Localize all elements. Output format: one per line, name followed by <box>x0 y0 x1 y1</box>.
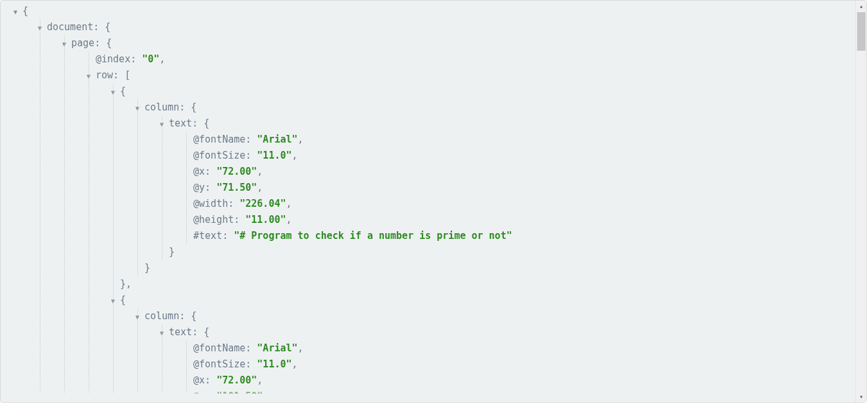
tree-line: ▼{ <box>1 292 855 308</box>
tree-line: @y: "101.50", <box>1 389 855 394</box>
json-bracket: } <box>120 278 126 290</box>
expand-toggle-icon[interactable]: ▼ <box>13 4 20 20</box>
json-string-value: "0" <box>142 53 159 65</box>
json-colon: : <box>179 310 191 322</box>
tree-line: @index: "0", <box>1 51 855 67</box>
json-bracket: { <box>191 310 196 322</box>
json-bracket: { <box>191 101 196 113</box>
tree-line: ▼column: { <box>1 100 855 116</box>
json-comma: , <box>292 358 298 370</box>
json-bracket: { <box>120 294 126 306</box>
tree-line: @height: "11.00", <box>1 212 855 228</box>
json-comma: , <box>257 182 263 193</box>
json-string-value: "71.50" <box>216 182 257 193</box>
json-colon: : <box>205 166 216 177</box>
json-bracket: } <box>144 262 150 274</box>
json-comma: , <box>126 278 132 290</box>
tree-line: } <box>1 244 855 260</box>
json-key: @x <box>193 374 205 386</box>
json-colon: : <box>205 182 216 193</box>
tree-line: @x: "72.00", <box>1 164 855 180</box>
json-key: row <box>96 69 113 81</box>
json-colon: : <box>228 198 239 209</box>
json-colon: : <box>234 214 245 225</box>
tree-line: } <box>1 260 855 276</box>
json-colon: : <box>130 53 142 65</box>
tree-line: @fontSize: "11.0", <box>1 148 855 164</box>
expand-toggle-icon[interactable]: ▼ <box>160 116 166 132</box>
json-string-value: "11.0" <box>257 150 291 161</box>
json-colon: : <box>192 118 204 129</box>
json-key: @index <box>96 53 130 65</box>
json-string-value: "72.00" <box>216 166 257 177</box>
json-string-value: "226.04" <box>239 198 286 209</box>
tree-line: @fontName: "Arial", <box>1 340 855 356</box>
json-key: document <box>47 21 93 33</box>
expand-toggle-icon[interactable]: ▼ <box>135 100 142 116</box>
json-bracket: { <box>120 85 126 97</box>
json-colon: : <box>113 69 125 81</box>
json-colon: : <box>205 374 216 386</box>
json-string-value: "72.00" <box>216 374 257 386</box>
tree-line: ▼page: { <box>1 35 855 51</box>
json-key: @fontName <box>193 342 245 354</box>
json-comma: , <box>257 166 263 177</box>
tree-line: ▼{ <box>1 83 855 100</box>
expand-toggle-icon[interactable]: ▼ <box>135 309 142 325</box>
tree-line: ▼text: { <box>1 116 855 132</box>
json-bracket: { <box>105 21 110 33</box>
tree-line: }, <box>1 276 855 292</box>
json-key: @y <box>193 182 205 193</box>
json-bracket: { <box>22 5 28 17</box>
json-key: @width <box>193 198 228 209</box>
json-string-value: "11.0" <box>257 358 291 370</box>
json-colon: : <box>205 391 216 394</box>
json-string-value: "# Program to check if a number is prime… <box>234 230 512 242</box>
json-key: @x <box>193 166 205 177</box>
expand-toggle-icon[interactable]: ▼ <box>160 325 166 341</box>
json-bracket: { <box>204 326 209 338</box>
json-comma: , <box>286 198 292 209</box>
json-bracket: [ <box>125 69 130 81</box>
tree-line: ▼{ <box>1 3 855 19</box>
json-colon: : <box>93 21 105 33</box>
expand-toggle-icon[interactable]: ▼ <box>62 36 69 52</box>
tree-line: @fontSize: "11.0", <box>1 356 855 373</box>
json-colon: : <box>222 230 234 242</box>
tree-line: ▼row: [ <box>1 67 855 83</box>
json-bracket: { <box>106 37 112 49</box>
json-key: @fontSize <box>193 358 245 370</box>
json-colon: : <box>245 342 257 354</box>
expand-toggle-icon[interactable]: ▼ <box>38 20 44 36</box>
tree-line: ▼text: { <box>1 324 855 340</box>
scroll-up-arrow[interactable]: ▴ <box>856 1 867 12</box>
tree-line: #text: "# Program to check if a number i… <box>1 228 855 244</box>
json-string-value: "Arial" <box>257 134 297 145</box>
json-comma: , <box>257 374 263 386</box>
json-comma: , <box>298 134 304 145</box>
tree-line: ▼document: { <box>1 19 855 35</box>
json-bracket: } <box>169 246 175 258</box>
json-colon: : <box>179 101 191 113</box>
json-colon: : <box>192 326 204 338</box>
scroll-thumb[interactable] <box>857 12 865 51</box>
json-tree-content: ▼{▼document: {▼page: {@index: "0",▼row: … <box>1 1 855 402</box>
json-key: @height <box>193 214 234 225</box>
tree-line: ▼column: { <box>1 308 855 324</box>
json-key: text <box>169 118 192 129</box>
json-key: @fontSize <box>193 150 245 161</box>
vertical-scrollbar-track[interactable]: ▴ ▾ <box>855 1 866 402</box>
json-comma: , <box>286 214 292 225</box>
tree-line: @width: "226.04", <box>1 196 855 212</box>
tree-line: @y: "71.50", <box>1 180 855 196</box>
json-colon: : <box>245 134 257 145</box>
scroll-down-arrow[interactable]: ▾ <box>856 391 867 402</box>
tree-line: @fontName: "Arial", <box>1 132 855 148</box>
expand-toggle-icon[interactable]: ▼ <box>111 84 117 100</box>
expand-toggle-icon[interactable]: ▼ <box>111 293 117 309</box>
json-string-value: "11.00" <box>245 214 286 225</box>
json-colon: : <box>94 37 106 49</box>
json-key: column <box>144 310 179 322</box>
expand-toggle-icon[interactable]: ▼ <box>87 68 93 84</box>
json-comma: , <box>298 342 304 354</box>
